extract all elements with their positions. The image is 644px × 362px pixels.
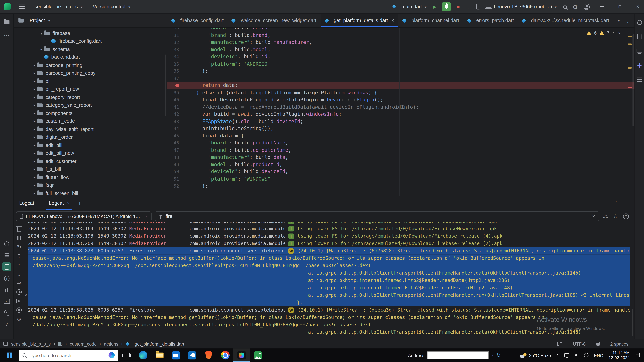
notifications-icon[interactable] bbox=[636, 18, 643, 26]
logcat-filter-input[interactable]: fire bbox=[155, 211, 599, 221]
tree-item-digital_order[interactable]: digital_order bbox=[14, 133, 167, 141]
code-line-51[interactable]: 51 "platform": "WINDOWS" bbox=[167, 175, 634, 183]
device-file-explorer-icon[interactable] bbox=[636, 33, 643, 40]
previous-problem-icon[interactable] bbox=[612, 31, 615, 35]
expand-icon[interactable] bbox=[32, 143, 38, 147]
warning-stripe-mark[interactable] bbox=[628, 67, 632, 68]
code-line-35[interactable]: 35 "platform": 'ANDROID' bbox=[167, 60, 634, 68]
inspections-widget[interactable]: 6 7 bbox=[587, 30, 621, 35]
match-case-toggle[interactable]: Cc bbox=[602, 214, 608, 219]
tree-item-custom_code[interactable]: custom_code bbox=[14, 117, 167, 125]
log-row[interactable]: at io.grpc.okhttp.OkHttpClientTransport$… bbox=[28, 328, 630, 336]
pause-icon[interactable] bbox=[16, 235, 23, 241]
next-problem-icon[interactable] bbox=[618, 31, 620, 35]
tree-item-barcode_printing_copy[interactable]: barcode_printing_copy bbox=[14, 69, 167, 77]
line-number[interactable]: 51 bbox=[167, 175, 180, 183]
line-number[interactable]: 44 bbox=[167, 125, 180, 132]
restart-icon[interactable] bbox=[16, 244, 23, 250]
scroll-to-end-icon[interactable] bbox=[16, 253, 23, 259]
code-line-43[interactable]: 43 FFAppState().dId = build.deviceId; bbox=[167, 118, 634, 125]
log-row[interactable]: at io.grpc.okhttp.internal.framed.Http2$… bbox=[28, 277, 630, 284]
code-line-40[interactable]: 40 final DeviceInfoPlugin deviceInfoPlug… bbox=[167, 96, 634, 104]
indent-indicator[interactable]: 2 spaces bbox=[610, 341, 628, 346]
settings-gear-icon[interactable] bbox=[572, 3, 578, 10]
problems-icon[interactable] bbox=[2, 274, 12, 283]
tab-errors_patch.dart[interactable]: errors_patch.dart bbox=[463, 13, 518, 27]
tab-firebase_config.dart[interactable]: firebase_config.dart bbox=[167, 13, 228, 27]
settings-icon[interactable] bbox=[16, 316, 23, 322]
code-line-44[interactable]: 44 print(build.toString()); bbox=[167, 125, 634, 132]
maximize-button[interactable] bbox=[614, 0, 626, 13]
tree-item-backend.dart[interactable]: backend.dart bbox=[14, 53, 167, 61]
expand-icon[interactable] bbox=[32, 71, 38, 75]
file-explorer-icon[interactable] bbox=[151, 349, 168, 362]
tree-item-f_s_bill[interactable]: f_s_bill bbox=[14, 165, 167, 173]
line-number[interactable]: 43 bbox=[167, 118, 180, 125]
code-line-33[interactable]: 33 "model": build.model, bbox=[167, 46, 634, 53]
code-line-52[interactable]: 52 }; bbox=[167, 183, 634, 190]
log-row[interactable]: 2024-02-12 11:13:03.1641549-30302MediaPr… bbox=[28, 225, 630, 232]
main-menu-button[interactable] bbox=[19, 4, 25, 8]
record-icon[interactable] bbox=[16, 307, 23, 313]
log-row[interactable]: at io.grpc.okhttp.internal.framed.Http2$… bbox=[28, 284, 630, 292]
warning-stripe-mark[interactable] bbox=[628, 36, 632, 37]
line-number[interactable]: 50 bbox=[167, 168, 180, 175]
code-line-30[interactable]: 30 "board": build.board, bbox=[167, 28, 634, 32]
logcat-scrollbar-thumb[interactable] bbox=[632, 309, 634, 336]
line-number[interactable]: 31 bbox=[167, 32, 180, 39]
logcat-icon[interactable] bbox=[2, 262, 11, 271]
start-button[interactable] bbox=[0, 349, 19, 362]
action-center-icon[interactable] bbox=[635, 353, 640, 358]
log-row[interactable]: 2024-02-12 11:13:38.8266095-6257Firestor… bbox=[28, 306, 630, 314]
code-line-37[interactable]: 37 bbox=[167, 75, 634, 82]
line-number[interactable]: 34 bbox=[167, 53, 180, 60]
line-number[interactable]: 41 bbox=[167, 104, 180, 111]
line-number[interactable]: 39 bbox=[167, 89, 180, 96]
tool-window-options-icon[interactable] bbox=[614, 200, 619, 206]
code-line-39[interactable]: 39 } else if (defaultTargetPlatform == T… bbox=[167, 89, 634, 96]
line-number[interactable]: 47 bbox=[167, 147, 180, 154]
breadcrumb-item[interactable]: get_platform_details.dart bbox=[134, 341, 184, 346]
breakpoint-icon[interactable] bbox=[176, 84, 179, 87]
code-line-42[interactable]: 42 var build = await deviceInfoPlugin.wi… bbox=[167, 111, 634, 118]
encoding-indicator[interactable]: UTF-8 bbox=[573, 341, 586, 346]
project-name-widget[interactable]: sensible_biz_p_o_s bbox=[34, 4, 83, 9]
code-line-46[interactable]: 46 "board": build.productName, bbox=[167, 140, 634, 147]
line-number[interactable]: 36 bbox=[167, 68, 180, 75]
run-configuration-selector[interactable]: main.dart bbox=[393, 4, 427, 9]
line-number[interactable]: 37 bbox=[167, 75, 180, 82]
close-tab-icon[interactable] bbox=[391, 18, 394, 23]
expand-icon[interactable] bbox=[32, 111, 38, 115]
code-line-48[interactable]: 48 "manufacturer": build.data, bbox=[167, 154, 634, 161]
language-indicator[interactable]: ENG bbox=[594, 353, 603, 358]
refresh-icon[interactable] bbox=[496, 353, 501, 358]
read-only-lock-icon[interactable] bbox=[596, 343, 600, 346]
display-tray-icon[interactable] bbox=[564, 354, 569, 357]
line-number[interactable]: 32 bbox=[167, 39, 180, 46]
git-icon[interactable] bbox=[2, 308, 12, 317]
code-line-36[interactable]: 36 }; bbox=[167, 68, 634, 75]
tree-item-edit_bill_new[interactable]: edit_bill_new bbox=[14, 149, 167, 157]
line-number[interactable]: 30 bbox=[167, 28, 180, 32]
expand-icon[interactable] bbox=[32, 95, 38, 99]
project-scrollbar-thumb[interactable] bbox=[165, 55, 166, 116]
code-line-41[interactable]: 41 //deviceData = _readAndroidBuildData(… bbox=[167, 104, 634, 111]
search-everywhere-icon[interactable] bbox=[563, 5, 566, 8]
profiler-icon[interactable] bbox=[2, 285, 12, 294]
structure-lines-icon[interactable] bbox=[636, 76, 643, 83]
taskbar-clock[interactable]: 11:14 AM 12-02-2024 bbox=[608, 351, 630, 360]
soft-wrap-icon[interactable] bbox=[16, 280, 23, 286]
tab-options-icon[interactable] bbox=[625, 18, 630, 23]
device-dropdown[interactable]: LENOVO Lenovo TB-7306F (HA1MKCAT) Androi… bbox=[16, 211, 152, 221]
line-number[interactable]: 40 bbox=[167, 96, 180, 104]
code-line-32[interactable]: 32 "manufacturer": build.manufacturer, bbox=[167, 39, 634, 46]
expand-icon[interactable] bbox=[32, 103, 38, 107]
weather-widget[interactable]: 25°C Haze bbox=[520, 353, 551, 358]
breadcrumb-item[interactable]: lib bbox=[58, 341, 62, 346]
hide-tool-window-icon[interactable] bbox=[626, 203, 630, 203]
tree-item-components[interactable]: components bbox=[14, 109, 167, 117]
tree-item-firebase_config.dart[interactable]: firebase_config.dart bbox=[14, 37, 167, 45]
breakpoint-stripe-mark[interactable] bbox=[628, 87, 632, 88]
tab-dart-sdk\...\schedule_microtask.dart[interactable]: dart-sdk\...\schedule_microtask.dart bbox=[518, 13, 613, 27]
tree-item-bill_report_new[interactable]: bill_report_new bbox=[14, 85, 167, 93]
